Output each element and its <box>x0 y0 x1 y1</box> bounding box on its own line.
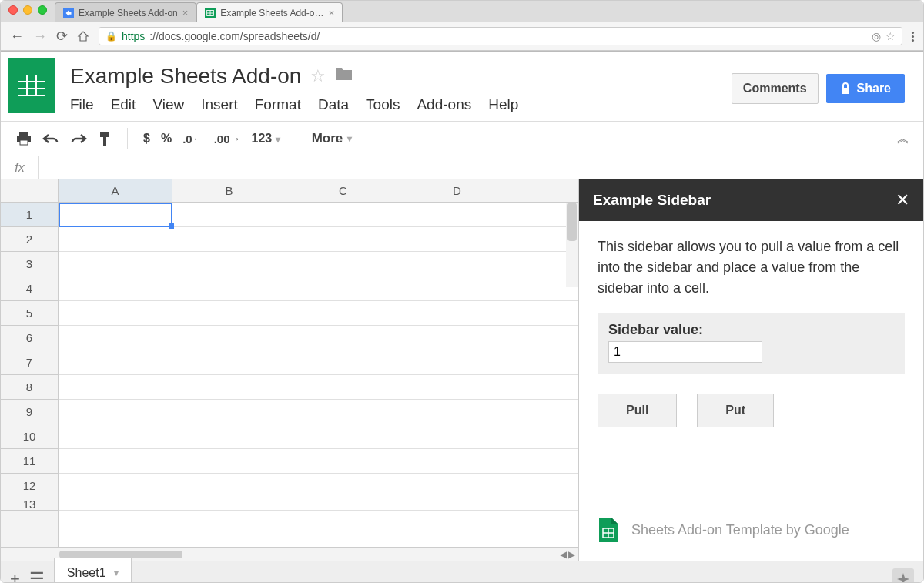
print-icon[interactable] <box>16 132 32 146</box>
nav-back-button[interactable]: ← <box>10 28 24 45</box>
fx-icon[interactable]: fx <box>1 156 39 179</box>
spreadsheet-grid: A B C D 1 2 3 4 5 6 7 8 9 10 11 12 13 <box>1 179 578 561</box>
browser-tab-0[interactable]: Example Sheets Add-on × <box>55 2 196 22</box>
row-header-1[interactable]: 1 <box>1 203 58 227</box>
scroll-left-icon[interactable]: ◀ <box>560 549 567 560</box>
window-minimize-button[interactable] <box>23 5 32 15</box>
row-header-4[interactable]: 4 <box>1 276 58 301</box>
sidebar-buttons: Pull Put <box>598 394 905 427</box>
browser-tab-label: Example Sheets Add-on <box>79 8 178 18</box>
menu-file[interactable]: File <box>70 96 94 113</box>
redo-icon[interactable] <box>70 133 87 144</box>
col-header-b[interactable]: B <box>172 179 286 202</box>
main-area: A B C D 1 2 3 4 5 6 7 8 9 10 11 12 13 <box>1 179 923 561</box>
window-close-button[interactable] <box>8 5 18 15</box>
menu-tools[interactable]: Tools <box>366 96 400 113</box>
row-header-10[interactable]: 10 <box>1 424 58 449</box>
folder-icon[interactable] <box>335 66 353 86</box>
row-header-12[interactable]: 12 <box>1 474 58 498</box>
comments-button[interactable]: Comments <box>732 73 819 104</box>
sidebar-field-label: Sidebar value: <box>608 322 894 338</box>
address-bar[interactable]: 🔒 https://docs.google.com/spreadsheets/d… <box>99 27 902 45</box>
svg-rect-14 <box>100 132 109 137</box>
row-header-9[interactable]: 9 <box>1 400 58 424</box>
toolbar: $ % .0← .00→ 123 ▾ More ▾ ︽ <box>1 121 923 156</box>
col-header-extra[interactable] <box>514 179 578 202</box>
sheets-header: Example Sheets Add-on ☆ File Edit View I… <box>1 52 923 119</box>
window-maximize-button[interactable] <box>38 5 47 15</box>
sheet-tab-1[interactable]: Sheet1 ▾ <box>54 558 132 584</box>
row-header-2[interactable]: 2 <box>1 227 58 252</box>
number-format-button[interactable]: 123 ▾ <box>252 132 280 146</box>
svg-rect-11 <box>19 132 28 136</box>
sheets-logo-icon[interactable] <box>8 58 55 113</box>
close-icon[interactable]: × <box>329 7 335 18</box>
sheet-footer: + ☰ Sheet1 ▾ <box>1 561 923 583</box>
nav-reload-button[interactable]: ⟳ <box>56 28 68 45</box>
toolbar-divider <box>127 128 128 149</box>
doc-title[interactable]: Example Sheets Add-on <box>70 64 301 89</box>
cells-area[interactable] <box>59 203 578 547</box>
scroll-right-icon[interactable]: ▶ <box>568 549 575 560</box>
share-button[interactable]: Share <box>826 74 905 103</box>
url-rest: ://docs.google.com/spreadsheets/d/ <box>149 30 320 42</box>
browser-tab-1[interactable]: Example Sheets Add-on - Goo × <box>196 2 343 22</box>
decrease-decimal-button[interactable]: .0← <box>182 132 203 146</box>
menu-help[interactable]: Help <box>488 96 518 113</box>
column-headers: A B C D <box>1 179 578 203</box>
browser-tab-label: Example Sheets Add-on - Goo <box>220 8 323 18</box>
col-header-d[interactable]: D <box>400 179 514 202</box>
more-button[interactable]: More ▾ <box>312 131 353 146</box>
percent-button[interactable]: % <box>161 132 172 146</box>
close-icon[interactable]: × <box>182 7 189 18</box>
paint-format-icon[interactable] <box>98 131 112 146</box>
undo-icon[interactable] <box>42 133 59 144</box>
menubar: File Edit View Insert Format Data Tools … <box>70 89 732 119</box>
currency-button[interactable]: $ <box>143 132 150 146</box>
sidebar-footer: Sheets Add-on Template by Google <box>579 504 923 561</box>
put-button[interactable]: Put <box>697 394 774 427</box>
nav-home-button[interactable] <box>77 30 89 42</box>
svg-rect-15 <box>103 137 106 146</box>
vertical-scrollbar[interactable] <box>566 203 578 287</box>
row-header-6[interactable]: 6 <box>1 326 58 350</box>
row-header-8[interactable]: 8 <box>1 375 58 400</box>
browser-chrome: Example Sheets Add-on × Example Sheets A… <box>1 1 923 52</box>
bookmark-icon[interactable]: ☆ <box>886 30 896 42</box>
row-header-5[interactable]: 5 <box>1 301 58 326</box>
sidebar-header: Example Sidebar ✕ <box>579 179 923 221</box>
svg-rect-13 <box>20 140 28 145</box>
nav-forward-button[interactable]: → <box>33 28 47 45</box>
menu-format[interactable]: Format <box>255 96 301 113</box>
row-header-3[interactable]: 3 <box>1 252 58 276</box>
add-sheet-button[interactable]: + <box>10 569 20 584</box>
menu-view[interactable]: View <box>152 96 184 113</box>
header-buttons: Comments Share <box>732 58 916 104</box>
menu-data[interactable]: Data <box>318 96 349 113</box>
chevron-down-icon[interactable]: ▾ <box>114 568 119 578</box>
pull-button[interactable]: Pull <box>598 394 677 427</box>
address-bar-icons: ◎ ☆ <box>872 30 896 42</box>
menu-insert[interactable]: Insert <box>201 96 238 113</box>
col-header-c[interactable]: C <box>286 179 400 202</box>
reader-icon[interactable]: ◎ <box>872 30 881 42</box>
menu-edit[interactable]: Edit <box>111 96 136 113</box>
increase-decimal-button[interactable]: .00→ <box>214 132 241 146</box>
sidebar-title: Example Sidebar <box>593 192 711 209</box>
row-headers: 1 2 3 4 5 6 7 8 9 10 11 12 13 <box>1 203 59 547</box>
collapse-toolbar-icon[interactable]: ︽ <box>897 131 909 147</box>
row-header-13[interactable]: 13 <box>1 498 58 511</box>
address-bar-row: ← → ⟳ 🔒 https://docs.google.com/spreadsh… <box>1 22 923 51</box>
sidebar-value-input[interactable] <box>608 341 762 363</box>
explore-button[interactable] <box>892 568 914 584</box>
row-header-7[interactable]: 7 <box>1 350 58 375</box>
col-header-a[interactable]: A <box>59 179 172 202</box>
star-icon[interactable]: ☆ <box>310 66 326 86</box>
row-header-11[interactable]: 11 <box>1 449 58 474</box>
menu-addons[interactable]: Add-ons <box>417 96 471 113</box>
all-sheets-button[interactable]: ☰ <box>29 569 45 584</box>
formula-input[interactable] <box>39 159 923 177</box>
browser-menu-button[interactable] <box>912 32 914 42</box>
select-all-corner[interactable] <box>1 179 59 202</box>
close-icon[interactable]: ✕ <box>896 190 909 210</box>
